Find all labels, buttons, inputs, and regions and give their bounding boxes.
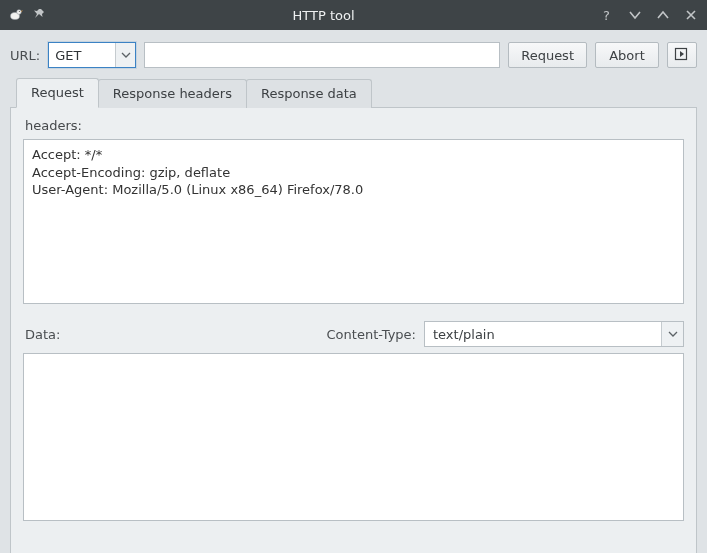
tab-response-headers[interactable]: Response headers (98, 79, 247, 108)
help-icon[interactable]: ? (599, 7, 615, 23)
tabstrip: Request Response headers Response data (10, 78, 697, 108)
app-icon (8, 7, 24, 23)
svg-text:?: ? (603, 8, 610, 22)
data-row: Data: Content-Type: text/plain (23, 321, 684, 347)
http-method-value: GET (49, 43, 115, 67)
tab-response-data[interactable]: Response data (246, 79, 372, 108)
url-label: URL: (10, 48, 40, 63)
svg-point-3 (19, 11, 20, 12)
send-icon-button[interactable] (667, 42, 697, 68)
request-panel: headers: Data: Content-Type: text/plain (10, 108, 697, 553)
client-area: URL: GET Request Abort Request Response … (0, 30, 707, 553)
request-button[interactable]: Request (508, 42, 587, 68)
url-input[interactable] (144, 42, 500, 68)
minimize-icon[interactable] (627, 7, 643, 23)
data-textarea[interactable] (23, 353, 684, 521)
headers-textarea[interactable] (23, 139, 684, 304)
maximize-icon[interactable] (655, 7, 671, 23)
headers-label: headers: (25, 118, 684, 133)
content-type-value: text/plain (425, 322, 661, 346)
content-type-combo[interactable]: text/plain (424, 321, 684, 347)
close-icon[interactable] (683, 7, 699, 23)
tab-request[interactable]: Request (16, 78, 99, 108)
url-row: URL: GET Request Abort (10, 42, 697, 68)
titlebar: HTTP tool ? (0, 0, 707, 30)
data-label: Data: (25, 327, 60, 342)
http-method-combo[interactable]: GET (48, 42, 136, 68)
svg-point-2 (17, 10, 22, 15)
content-type-label: Content-Type: (327, 327, 416, 342)
window-title: HTTP tool (48, 8, 599, 23)
send-icon (674, 47, 690, 64)
abort-button[interactable]: Abort (595, 42, 659, 68)
chevron-down-icon[interactable] (661, 322, 683, 346)
chevron-down-icon[interactable] (115, 43, 135, 67)
pin-icon[interactable] (32, 7, 48, 23)
